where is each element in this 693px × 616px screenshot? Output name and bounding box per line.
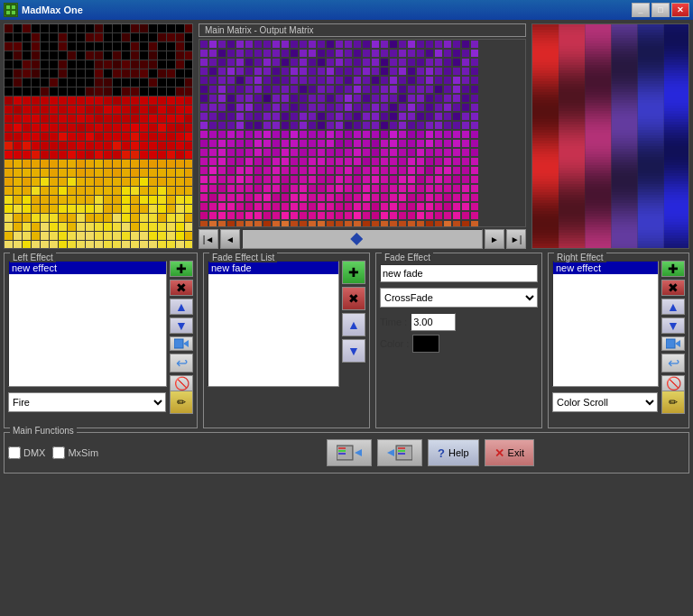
import-button[interactable] — [377, 439, 422, 466]
right-block-button[interactable]: 🚫 — [661, 375, 685, 391]
scroll-track[interactable] — [242, 229, 483, 249]
mxsim-checkbox[interactable] — [52, 446, 65, 459]
right-delete-button[interactable]: ✖ — [661, 280, 685, 296]
svg-rect-2 — [12, 5, 15, 9]
svg-rect-1 — [6, 5, 10, 9]
right-effect-buttons: ✚ ✖ ▲ ▼ ↩ 🚫 — [659, 261, 685, 387]
main-functions-row: Main Functions DMX MxSim — [4, 432, 689, 473]
maximize-button[interactable]: □ — [651, 3, 670, 17]
right-up-button[interactable]: ▲ — [661, 299, 685, 315]
fade-list-label: Fade Effect List — [209, 253, 277, 262]
right-effect-dropdown[interactable]: Color Scroll Fire Water — [552, 392, 658, 412]
fade-add-button[interactable]: ✚ — [342, 261, 365, 284]
help-label: Help — [448, 447, 469, 458]
minimize-button[interactable]: _ — [632, 3, 650, 17]
scroll-prev-button[interactable]: ◄ — [220, 229, 240, 249]
svg-marker-14 — [355, 449, 362, 456]
fade-list-item-0[interactable]: new fade — [208, 262, 338, 274]
import-icon — [387, 444, 412, 462]
left-matrix-preview — [4, 23, 193, 249]
fade-effect-list-panel: Fade Effect List new fade ✚ ✖ ▲ ▼ — [203, 253, 370, 428]
svg-marker-15 — [387, 449, 394, 456]
export-button[interactable] — [327, 439, 372, 466]
scroll-first-button[interactable]: |◄ — [199, 229, 218, 249]
app-title: MadMax One — [22, 5, 628, 15]
right-effect-item-0[interactable]: new effect — [553, 262, 658, 274]
dmx-checkbox[interactable] — [8, 446, 21, 459]
fade-list-buttons: ✚ ✖ ▲ ▼ — [339, 261, 365, 387]
checkbox-area: DMX MxSim — [8, 446, 171, 459]
time-label: Time : — [380, 317, 407, 327]
scroll-last-button[interactable]: ►| — [506, 229, 526, 249]
top-row: Main Matrix - Output Matrix |◄ ◄ ► ►| — [4, 23, 689, 249]
svg-rect-13 — [338, 453, 346, 455]
left-move-button[interactable] — [170, 336, 193, 351]
window-controls: _ □ ✕ — [632, 3, 689, 17]
help-button[interactable]: ? Help — [428, 439, 479, 466]
left-undo-button[interactable]: ↩ — [170, 354, 193, 372]
exit-label: Exit — [508, 447, 524, 458]
app-icon — [4, 3, 18, 17]
fade-type-dropdown[interactable]: CrossFade Fade Cut — [380, 288, 538, 308]
right-down-button[interactable]: ▼ — [661, 317, 685, 334]
left-down-button[interactable]: ▼ — [170, 317, 193, 334]
svg-marker-6 — [183, 340, 189, 347]
fade-name-input[interactable] — [380, 264, 538, 282]
fade-time-row: Time : — [380, 313, 538, 331]
left-edit-button[interactable]: ✏ — [170, 391, 193, 414]
svg-rect-4 — [12, 11, 15, 14]
right-move-button[interactable] — [661, 336, 685, 351]
fade-effect-settings: CrossFade Fade Cut Time : Color : — [380, 261, 538, 353]
fade-up-button[interactable]: ▲ — [342, 313, 365, 336]
scrollbar-row: |◄ ◄ ► ►| — [199, 229, 526, 249]
exit-button[interactable]: ✕ Exit — [485, 439, 534, 466]
right-effect-list[interactable]: new effect — [552, 261, 659, 387]
fade-type-row: CrossFade Fade Cut — [380, 288, 538, 308]
fade-color-row: Color : — [380, 335, 538, 353]
right-add-button[interactable]: ✚ — [661, 261, 685, 277]
fade-list[interactable]: new fade — [208, 261, 339, 387]
mxsim-label: MxSim — [68, 447, 98, 458]
right-edit-button[interactable]: ✏ — [661, 391, 685, 414]
right-undo-button[interactable]: ↩ — [661, 354, 685, 372]
left-dropdown-row: Fire Water Rainbow ✏ — [8, 391, 193, 414]
fade-delete-button[interactable]: ✖ — [342, 287, 365, 310]
main-matrix-area: Main Matrix - Output Matrix |◄ ◄ ► ►| — [199, 23, 526, 249]
right-dropdown-row: Color Scroll Fire Water ✏ — [552, 391, 685, 414]
title-bar: MadMax One _ □ ✕ — [0, 0, 693, 20]
left-effect-list[interactable]: new effect — [8, 261, 167, 387]
left-up-button[interactable]: ▲ — [170, 299, 193, 315]
left-effect-buttons: ✚ ✖ ▲ ▼ ↩ 🚫 — [167, 261, 193, 387]
svg-rect-18 — [398, 447, 405, 449]
left-effect-item-0[interactable]: new effect — [9, 262, 166, 274]
left-effect-content: new effect ✚ ✖ ▲ ▼ ↩ 🚫 — [8, 261, 193, 387]
fade-down-button[interactable]: ▼ — [342, 339, 365, 363]
svg-rect-7 — [666, 339, 675, 348]
left-block-button[interactable]: 🚫 — [170, 375, 193, 391]
left-effect-label: Left Effect — [10, 253, 56, 262]
fade-list-content: new fade ✚ ✖ ▲ ▼ — [208, 261, 365, 387]
svg-rect-5 — [174, 339, 183, 348]
color-swatch[interactable] — [412, 335, 439, 353]
main-functions-label: Main Functions — [10, 426, 77, 436]
dmx-label: DMX — [23, 447, 45, 458]
left-add-button[interactable]: ✚ — [170, 261, 193, 277]
fade-effect-panel: Fade Effect CrossFade Fade Cut Time : Co… — [375, 253, 542, 428]
dmx-checkbox-item: DMX — [8, 446, 45, 459]
left-effect-panel: Left Effect new effect ✚ ✖ ▲ ▼ — [4, 253, 198, 428]
right-preview-canvas — [531, 23, 689, 249]
export-icon — [337, 444, 362, 462]
time-input[interactable] — [411, 313, 456, 331]
left-effect-dropdown[interactable]: Fire Water Rainbow — [8, 392, 166, 412]
svg-rect-19 — [398, 450, 405, 452]
scroll-next-button[interactable]: ► — [485, 229, 504, 249]
fade-effect-label: Fade Effect — [382, 253, 433, 262]
bottom-buttons: ? Help ✕ Exit — [176, 439, 685, 466]
left-delete-button[interactable]: ✖ — [170, 280, 193, 296]
middle-row: Left Effect new effect ✚ ✖ ▲ ▼ — [4, 253, 689, 428]
right-effect-content: new effect ✚ ✖ ▲ ▼ ↩ 🚫 — [552, 261, 685, 387]
svg-marker-8 — [675, 340, 680, 347]
main-area: Main Matrix - Output Matrix |◄ ◄ ► ►| Le — [0, 20, 693, 616]
main-matrix-label: Main Matrix - Output Matrix — [199, 23, 526, 37]
close-button[interactable]: ✕ — [671, 3, 689, 17]
